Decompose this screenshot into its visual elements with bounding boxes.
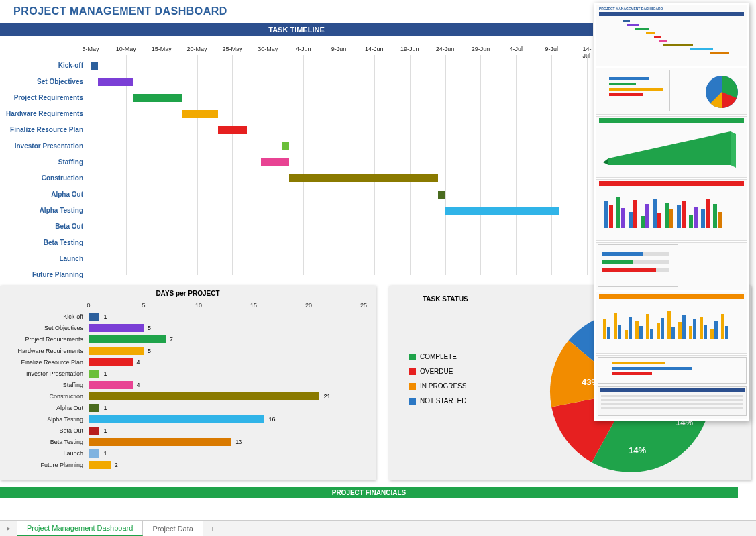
days-bar bbox=[89, 415, 264, 423]
timeline-date: 15-May bbox=[152, 46, 172, 52]
svg-rect-12 bbox=[653, 199, 657, 228]
thumbnail[interactable] bbox=[596, 68, 747, 115]
thumbnail[interactable] bbox=[596, 292, 747, 354]
timeline-bar bbox=[261, 158, 289, 166]
tab-nav-prev-icon[interactable]: ▸ bbox=[0, 521, 17, 536]
days-row: Hardware Requirements5 bbox=[0, 345, 368, 357]
days-value: 1 bbox=[103, 404, 107, 412]
timeline-date: 4-Jun bbox=[296, 46, 311, 52]
timeline-task-label: Beta Testing bbox=[0, 235, 87, 251]
svg-rect-42 bbox=[700, 317, 703, 339]
timeline-task-label: Investor Presentation bbox=[0, 138, 87, 154]
days-value: 1 bbox=[103, 427, 107, 435]
timeline-bar bbox=[438, 191, 445, 199]
timeline-task-label: Kick-off bbox=[0, 58, 87, 74]
days-axis-tick: 10 bbox=[195, 302, 202, 309]
timeline-row: Future Planning bbox=[0, 267, 593, 283]
days-value: 1 bbox=[103, 370, 107, 378]
svg-rect-29 bbox=[629, 317, 632, 339]
sheet-tab-bar: ▸ Project Management Dashboard Project D… bbox=[0, 520, 756, 536]
days-title: DAYS per PROJECT bbox=[0, 286, 376, 299]
days-bar bbox=[89, 313, 99, 321]
svg-rect-11 bbox=[645, 204, 649, 228]
legend-swatch bbox=[409, 368, 416, 375]
timeline-date: 10-May bbox=[116, 46, 136, 52]
svg-rect-23 bbox=[718, 212, 722, 228]
svg-rect-17 bbox=[682, 201, 686, 228]
days-bar bbox=[89, 347, 144, 355]
timeline-row: Beta Testing bbox=[0, 235, 593, 251]
legend-item: IN PROGRESS bbox=[409, 379, 466, 394]
days-row: Alpha Out1 bbox=[0, 403, 368, 414]
legend-label: OVERDUE bbox=[420, 364, 453, 379]
timeline-row: Project Requirements bbox=[0, 90, 593, 106]
legend-item: COMPLETE bbox=[409, 350, 466, 364]
legend-swatch bbox=[409, 383, 416, 390]
timeline-task-label: Finalize Resource Plan bbox=[0, 122, 87, 138]
legend-label: IN PROGRESS bbox=[420, 379, 466, 394]
svg-rect-47 bbox=[725, 326, 728, 339]
svg-rect-8 bbox=[629, 212, 633, 228]
timeline-task-label: Beta Out bbox=[0, 219, 87, 235]
timeline-date: 24-Jun bbox=[436, 46, 455, 52]
svg-rect-37 bbox=[671, 327, 675, 339]
thumbnail[interactable] bbox=[596, 242, 747, 290]
timeline-date: 30-May bbox=[258, 46, 278, 52]
thumbnail[interactable]: PROJECT MANAGEMENT DASHBOARD bbox=[596, 5, 747, 66]
days-row: Staffing4 bbox=[0, 380, 368, 391]
svg-rect-21 bbox=[706, 199, 710, 228]
days-row: Construction21 bbox=[0, 391, 368, 403]
svg-rect-18 bbox=[689, 215, 693, 228]
timeline-date: 9-Jun bbox=[331, 46, 347, 52]
timeline-date: 4-Jul bbox=[510, 46, 523, 52]
days-value: 13 bbox=[235, 438, 242, 446]
add-sheet-button[interactable]: + bbox=[203, 521, 222, 536]
days-row: Launch1 bbox=[0, 448, 368, 460]
legend-label: COMPLETE bbox=[420, 350, 457, 364]
timeline-header: TASK TIMELINE bbox=[0, 23, 593, 36]
timeline-date: 14-Jun bbox=[365, 46, 384, 52]
days-bar bbox=[89, 427, 99, 435]
timeline-row: Staffing bbox=[0, 154, 593, 170]
days-row-label: Construction bbox=[0, 391, 83, 403]
timeline-task-label: Staffing bbox=[0, 154, 87, 170]
timeline-row: Set Objectives bbox=[0, 74, 593, 90]
tab-project-data[interactable]: Project Data bbox=[143, 521, 203, 536]
svg-rect-40 bbox=[689, 326, 692, 339]
svg-rect-13 bbox=[657, 213, 661, 228]
thumbnail[interactable] bbox=[596, 355, 747, 419]
days-value: 4 bbox=[137, 381, 140, 389]
svg-rect-46 bbox=[721, 314, 724, 339]
timeline-row: Kick-off bbox=[0, 58, 593, 74]
thumbnail[interactable] bbox=[596, 116, 747, 178]
timeline-row: Construction bbox=[0, 170, 593, 186]
timeline-date: 5-May bbox=[82, 46, 99, 52]
days-row-label: Staffing bbox=[0, 380, 83, 391]
days-row-label: Set Objectives bbox=[0, 323, 83, 334]
svg-rect-14 bbox=[665, 203, 669, 228]
days-row-label: Alpha Testing bbox=[0, 414, 83, 425]
days-value: 7 bbox=[170, 335, 173, 343]
dashboard-thumbnail-sidebar[interactable]: PROJECT MANAGEMENT DASHBOARD bbox=[594, 3, 749, 421]
days-row: Beta Out1 bbox=[0, 425, 368, 437]
timeline-task-label: Alpha Out bbox=[0, 186, 87, 203]
svg-rect-16 bbox=[677, 205, 681, 228]
days-value: 21 bbox=[323, 392, 330, 400]
tab-project-management-dashboard[interactable]: Project Management Dashboard bbox=[17, 521, 143, 536]
days-value: 5 bbox=[148, 347, 151, 355]
days-bar bbox=[89, 335, 166, 343]
svg-rect-6 bbox=[616, 197, 620, 228]
days-axis-tick: 25 bbox=[360, 302, 367, 309]
timeline-panel: 5-May10-May15-May20-May25-May30-May4-Jun… bbox=[0, 36, 593, 282]
timeline-date: 9-Jul bbox=[545, 46, 558, 52]
timeline-task-label: Future Planning bbox=[0, 267, 87, 283]
timeline-task-label: Hardware Requirements bbox=[0, 106, 87, 122]
days-row: Finalize Resource Plan4 bbox=[0, 357, 368, 368]
days-row: Beta Testing13 bbox=[0, 437, 368, 448]
svg-rect-20 bbox=[701, 209, 705, 228]
legend-item: NOT STARTED bbox=[409, 394, 466, 409]
days-axis-tick: 0 bbox=[87, 302, 90, 309]
svg-rect-24 bbox=[603, 319, 606, 339]
thumbnail[interactable] bbox=[596, 179, 747, 241]
svg-rect-9 bbox=[633, 200, 637, 228]
